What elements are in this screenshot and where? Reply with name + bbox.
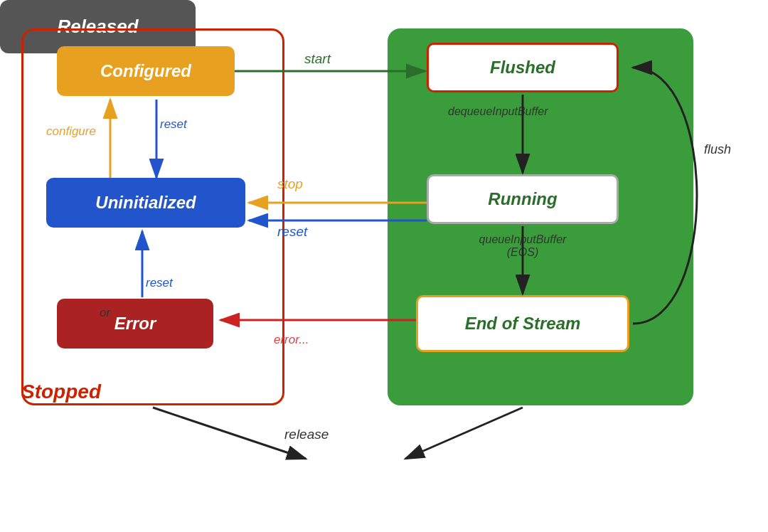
svg-line-12 <box>153 408 306 459</box>
executing-label: Executing <box>423 381 518 403</box>
stopped-label: Stopped <box>21 381 101 403</box>
error-label: error... <box>274 333 309 347</box>
stop-label: stop <box>277 176 303 192</box>
diagram-container: Configured Uninitialized Error Flushed R… <box>0 0 768 532</box>
eos-state: End of Stream <box>416 295 629 352</box>
configured-state: Configured <box>57 46 235 96</box>
running-state: Running <box>427 174 619 224</box>
or-label: or <box>100 306 110 320</box>
uninitialized-state: Uninitialized <box>46 178 245 228</box>
configure-label: configure <box>46 124 96 139</box>
queue-label: queueInputBuffer (EOS) <box>444 233 601 259</box>
dequeue-label: dequeueInputBuffer <box>448 105 548 118</box>
svg-line-13 <box>405 408 523 459</box>
start-label: start <box>304 51 331 67</box>
flush-label: flush <box>704 142 731 157</box>
flushed-state: Flushed <box>427 43 619 92</box>
release-label: release <box>284 427 329 442</box>
error-state: Error <box>57 299 213 349</box>
reset-configured-label: reset <box>160 117 187 132</box>
reset-error-label: reset <box>146 276 173 290</box>
reset-executing-label: reset <box>277 224 307 240</box>
